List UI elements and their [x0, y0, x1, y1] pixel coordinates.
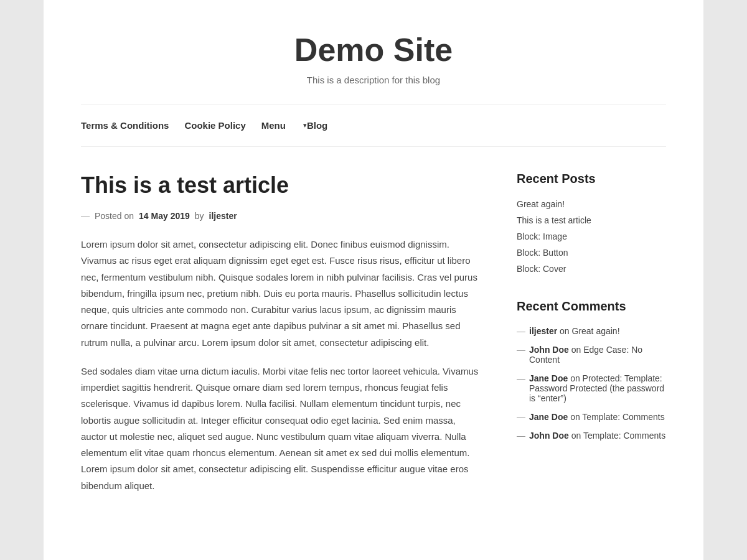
nav-link[interactable]: Cookie Policy — [184, 117, 255, 134]
menu-item-with-arrow: Menu▾ — [261, 117, 307, 134]
comment-on-text: on — [557, 326, 571, 336]
comment-author: Jane Doe — [529, 373, 568, 383]
nav-item: Blog — [307, 120, 343, 131]
recent-post-link[interactable]: This is a test article — [517, 215, 591, 225]
sidebar: Recent Posts Great again!This is a test … — [517, 172, 666, 506]
by-label: by — [195, 211, 204, 221]
content-area: This is a test article — Posted on 14 Ma… — [81, 172, 666, 506]
nav-list: Terms & ConditionsCookie PolicyMenu▾Blog — [81, 117, 666, 134]
comment-dash: — — [517, 412, 525, 422]
recent-comments-list: —iljester on Great again!—John Doe on Ed… — [517, 326, 666, 441]
list-item: Block: Cover — [517, 263, 666, 274]
comment-dash: — — [517, 326, 525, 336]
comment-text: John Doe on Edge Case: No Content — [529, 345, 666, 365]
comment-author: John Doe — [529, 345, 569, 355]
comment-post-link[interactable]: Template: Comments — [583, 431, 665, 441]
recent-posts-widget: Recent Posts Great again!This is a test … — [517, 172, 666, 274]
author-link[interactable]: iljester — [209, 211, 237, 221]
comment-on-text: on — [569, 345, 583, 355]
comment-post-link[interactable]: Great again! — [572, 326, 620, 336]
comment-item: —Jane Doe on Protected: Template: Passwo… — [517, 373, 666, 403]
main-content: This is a test article — Posted on 14 Ma… — [81, 172, 479, 506]
site-nav: Terms & ConditionsCookie PolicyMenu▾Blog — [81, 105, 666, 147]
recent-post-link[interactable]: Great again! — [517, 199, 565, 209]
post-date: 14 May 2019 — [139, 211, 190, 221]
posted-on-label: Posted on — [95, 211, 134, 221]
nav-item: Cookie Policy — [184, 120, 261, 131]
recent-posts-title: Recent Posts — [517, 172, 666, 186]
nav-item: Menu▾ — [261, 117, 307, 134]
comment-text: John Doe on Template: Comments — [529, 431, 665, 441]
comment-text: Jane Doe on Protected: Template: Passwor… — [529, 373, 666, 403]
comment-author: John Doe — [529, 431, 569, 441]
article: This is a test article — Posted on 14 Ma… — [81, 172, 479, 494]
comment-item: —John Doe on Edge Case: No Content — [517, 345, 666, 365]
comment-on-text: on — [569, 431, 583, 441]
recent-post-link[interactable]: Block: Cover — [517, 264, 566, 274]
comment-dash: — — [517, 431, 525, 441]
recent-posts-list: Great again!This is a test articleBlock:… — [517, 198, 666, 274]
article-paragraph: Lorem ipsum dolor sit amet, consectetur … — [81, 236, 479, 351]
comment-item: —Jane Doe on Template: Comments — [517, 412, 666, 422]
comment-post-link[interactable]: Template: Comments — [582, 412, 664, 422]
comment-text: iljester on Great again! — [529, 326, 620, 336]
list-item: This is a test article — [517, 215, 666, 226]
site-description: This is a description for this blog — [81, 75, 666, 85]
nav-link[interactable]: Terms & Conditions — [81, 117, 178, 134]
nav-link[interactable]: Menu — [261, 117, 295, 134]
list-item: Block: Image — [517, 231, 666, 242]
comment-dash: — — [517, 345, 525, 365]
article-meta: — Posted on 14 May 2019 by iljester — [81, 211, 479, 221]
recent-comments-title: Recent Comments — [517, 299, 666, 314]
comment-dash: — — [517, 373, 525, 403]
comment-author: Jane Doe — [529, 412, 568, 422]
article-paragraph: Sed sodales diam vitae urna dictum iacul… — [81, 363, 479, 494]
article-body: Lorem ipsum dolor sit amet, consectetur … — [81, 236, 479, 494]
comment-on-text: on — [568, 412, 582, 422]
comment-text: Jane Doe on Template: Comments — [529, 412, 665, 422]
comment-item: —John Doe on Template: Comments — [517, 431, 666, 441]
comment-on-text: on — [568, 373, 582, 383]
site-title: Demo Site — [81, 31, 666, 68]
recent-post-link[interactable]: Block: Image — [517, 231, 567, 241]
comment-author: iljester — [529, 326, 557, 336]
meta-dash: — — [81, 211, 90, 221]
comment-item: —iljester on Great again! — [517, 326, 666, 336]
site-header: Demo Site This is a description for this… — [81, 0, 666, 105]
nav-item: Terms & Conditions — [81, 120, 184, 131]
list-item: Block: Button — [517, 247, 666, 258]
recent-post-link[interactable]: Block: Button — [517, 248, 568, 258]
nav-link[interactable]: Blog — [307, 117, 337, 134]
recent-comments-widget: Recent Comments —iljester on Great again… — [517, 299, 666, 441]
article-title: This is a test article — [81, 172, 479, 198]
list-item: Great again! — [517, 198, 666, 210]
